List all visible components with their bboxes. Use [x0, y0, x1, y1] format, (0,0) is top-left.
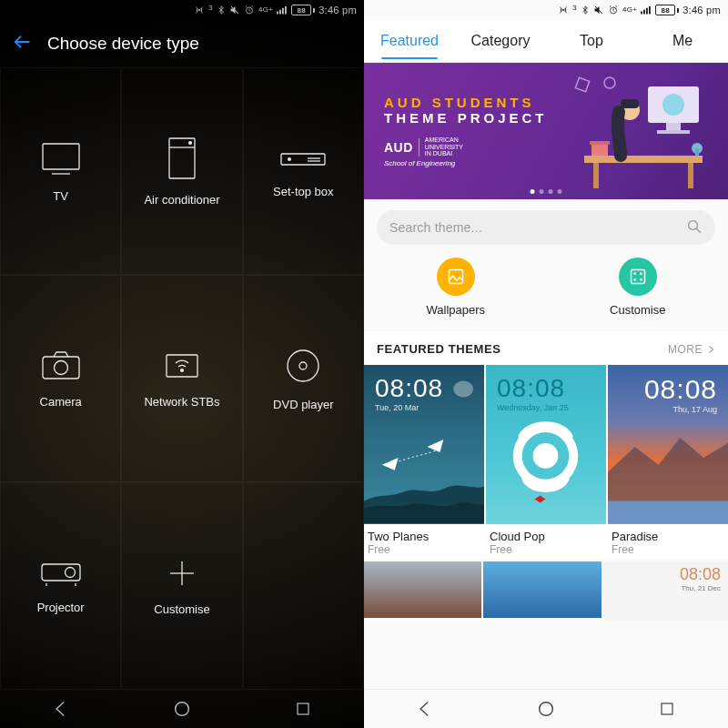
- svg-rect-64: [608, 501, 728, 524]
- tab-me[interactable]: Me: [637, 24, 728, 58]
- empty-cell: [243, 482, 364, 690]
- hotspot-count: 3: [572, 4, 577, 12]
- section-more[interactable]: MORE: [668, 343, 715, 356]
- section-title: FEATURED THEMES: [377, 342, 501, 356]
- hotspot-icon: [194, 5, 205, 15]
- svg-point-21: [299, 362, 307, 369]
- nav-home-button[interactable]: [525, 697, 567, 721]
- nav-recent-button[interactable]: [282, 697, 324, 721]
- device-label: Set-top box: [273, 185, 334, 198]
- svg-rect-49: [695, 148, 699, 156]
- tab-featured[interactable]: Featured: [364, 24, 455, 58]
- stb-icon: [278, 145, 328, 172]
- svg-point-28: [176, 703, 189, 716]
- svg-point-52: [689, 220, 698, 229]
- device-projector[interactable]: Projector: [0, 482, 121, 690]
- tab-label: Category: [471, 33, 531, 48]
- tab-top[interactable]: Top: [546, 24, 637, 58]
- back-icon[interactable]: [13, 32, 33, 56]
- theme-preview: 08:08Thu, 17 Aug: [608, 365, 728, 524]
- alarm-icon: [608, 5, 619, 15]
- camera-icon: [40, 349, 82, 382]
- alarm-icon: [244, 5, 255, 15]
- svg-rect-7: [43, 144, 79, 169]
- device-ac[interactable]: Air conditioner: [121, 67, 242, 275]
- svg-rect-39: [688, 163, 693, 188]
- section-header: FEATURED THEMES MORE: [364, 331, 728, 365]
- network-type: 4G+: [258, 6, 273, 14]
- svg-point-65: [540, 703, 553, 716]
- svg-rect-43: [657, 130, 690, 134]
- device-network-stb[interactable]: Network STBs: [121, 275, 242, 482]
- tv-icon: [39, 140, 83, 177]
- svg-rect-42: [666, 123, 681, 130]
- featured-themes-row: 08:08Tue, 20 Mar Two Planes Free 08:08We…: [364, 365, 728, 560]
- nav-back-button[interactable]: [40, 697, 82, 721]
- svg-rect-22: [42, 564, 80, 581]
- svg-point-51: [604, 77, 615, 88]
- chevron-right-icon: [706, 345, 715, 354]
- svg-point-0: [198, 9, 200, 11]
- tab-label: Top: [580, 33, 603, 48]
- theme-price: Free: [608, 543, 728, 560]
- svg-rect-50: [575, 77, 589, 91]
- device-dvd[interactable]: DVD player: [243, 275, 364, 482]
- theme-card[interactable]: 08:08Thu, 17 Aug Paradise Free: [608, 365, 728, 560]
- device-customise[interactable]: Customise: [121, 482, 242, 690]
- themes-row-2: 08:08 Thu, 21 Dec: [364, 561, 728, 622]
- tab-label: Featured: [380, 33, 439, 48]
- device-label: Projector: [37, 601, 85, 614]
- nav-bar-right: [364, 689, 728, 728]
- theme-card[interactable]: [483, 561, 601, 618]
- svg-rect-54: [449, 270, 462, 284]
- battery-indicator: 88: [655, 5, 679, 15]
- svg-rect-46: [592, 143, 608, 156]
- device-stb[interactable]: Set-top box: [243, 67, 364, 275]
- hero-pager-dots: [531, 189, 562, 194]
- nav-recent-button[interactable]: [646, 697, 688, 721]
- svg-point-57: [640, 272, 642, 275]
- quick-customise[interactable]: Customise: [610, 258, 665, 317]
- nav-home-button[interactable]: [161, 697, 203, 721]
- hero-banner[interactable]: AUD STUDENTS THEME PROJECT AUD AMERICAN …: [364, 63, 728, 199]
- svg-point-13: [288, 157, 291, 160]
- preview-clock: 08:08: [680, 565, 721, 584]
- signal-icon: [641, 5, 652, 15]
- network-stb-icon: [162, 349, 202, 382]
- svg-point-60: [453, 381, 473, 398]
- device-label: Network STBs: [144, 395, 219, 409]
- nav-bar-left: [0, 690, 364, 728]
- svg-point-30: [562, 9, 564, 11]
- theme-name: Two Planes: [364, 524, 484, 543]
- signal-icon: [277, 5, 288, 15]
- tab-category[interactable]: Category: [455, 24, 546, 58]
- page-title: Choose device type: [47, 34, 199, 54]
- device-label: Air conditioner: [144, 193, 219, 207]
- theme-card[interactable]: 08:08 Thu, 21 Dec: [603, 561, 728, 622]
- status-clock: 3:46 pm: [682, 5, 721, 15]
- wallpapers-icon: [437, 258, 475, 296]
- device-camera[interactable]: Camera: [0, 275, 121, 482]
- search-bar[interactable]: Search theme...: [377, 210, 715, 245]
- svg-line-53: [696, 228, 701, 233]
- nav-back-button[interactable]: [404, 697, 446, 721]
- status-bar-right: 3 4G+ 88 3:46 pm: [364, 0, 728, 20]
- quick-actions: Wallpapers Customise: [364, 258, 728, 331]
- bluetooth-icon: [581, 5, 590, 15]
- theme-preview: 08:08Tue, 20 Mar: [364, 365, 484, 524]
- quick-label: Wallpapers: [427, 303, 486, 317]
- device-label: DVD player: [273, 398, 333, 411]
- search-icon: [686, 218, 703, 238]
- svg-point-56: [633, 272, 636, 275]
- search-placeholder: Search theme...: [389, 220, 677, 235]
- theme-card[interactable]: [364, 561, 481, 618]
- theme-card[interactable]: 08:08Tue, 20 Mar Two Planes Free: [364, 365, 484, 560]
- battery-indicator: 88: [291, 5, 315, 15]
- theme-card[interactable]: 08:08Wednesday, Jan 25 Cloud Pop Free: [486, 365, 606, 560]
- content-scroll[interactable]: AUD STUDENTS THEME PROJECT AUD AMERICAN …: [364, 63, 728, 689]
- quick-wallpapers[interactable]: Wallpapers: [427, 258, 486, 317]
- device-tv[interactable]: TV: [0, 67, 121, 275]
- svg-point-19: [181, 369, 184, 371]
- title-bar: Choose device type: [0, 20, 364, 67]
- device-label: TV: [53, 189, 68, 203]
